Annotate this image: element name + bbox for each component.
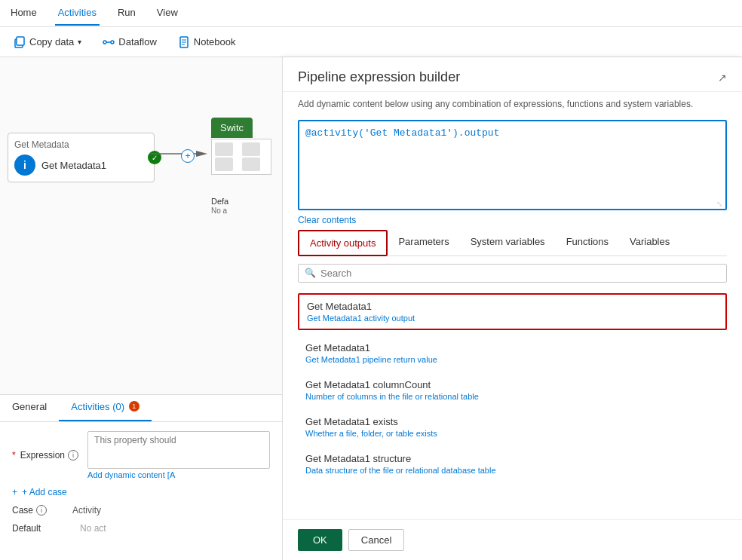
search-icon: 🔍 (305, 268, 316, 278)
expression-input[interactable] (87, 431, 270, 469)
cancel-button[interactable]: Cancel (348, 529, 404, 551)
notebook-icon (178, 36, 190, 48)
nav-run[interactable]: Run (115, 1, 139, 26)
item-title: Get Metadata1 exists (305, 416, 719, 427)
tab-parameters[interactable]: Parameters (388, 230, 459, 256)
expand-icon[interactable]: ↗ (718, 72, 727, 84)
copy-icon (14, 36, 26, 48)
expression-tabs: Activity outputs Parameters System varia… (298, 230, 727, 256)
expression-textarea[interactable]: @activity('Get Metadata1').output ⤡ (298, 120, 727, 210)
notebook-button[interactable]: Notebook (173, 33, 241, 51)
tab-variables[interactable]: Variables (619, 230, 680, 256)
panel-title: Pipeline expression builder (298, 69, 460, 85)
expression-value: @activity('Get Metadata1').output (305, 127, 499, 139)
toolbar: Copy data ▾ Dataflow Notebook (0, 27, 742, 57)
switch-grid (212, 139, 271, 174)
tab-functions[interactable]: Functions (556, 230, 619, 256)
item-subtitle: Number of columns in the file or relatio… (305, 392, 719, 401)
add-case-button[interactable]: + + Add case (12, 487, 67, 497)
item-subtitle: Get Metadata1 activity output (307, 314, 718, 323)
switch-node-body (211, 139, 271, 175)
dataflow-icon (103, 36, 115, 48)
activity-node-title: Get Metadata (14, 139, 148, 150)
items-list: Get Metadata1 Get Metadata1 activity out… (283, 290, 742, 519)
list-item[interactable]: Get Metadata1 Get Metadata1 pipeline ret… (298, 336, 727, 370)
activity-node[interactable]: Get Metadata i Get Metadata1 ✓ (8, 133, 155, 182)
activities-badge: 1 (129, 401, 140, 412)
switch-node-header[interactable]: Switc (211, 118, 253, 138)
tab-activity-outputs[interactable]: Activity outputs (298, 230, 388, 256)
resize-handle[interactable]: ⤡ (716, 200, 724, 207)
expression-row: * Expression i Add dynamic content [A (12, 431, 270, 479)
nav-home[interactable]: Home (8, 1, 40, 26)
tab-system-variables[interactable]: System variables (460, 230, 556, 256)
copy-data-button[interactable]: Copy data ▾ (9, 33, 86, 51)
panel-footer: OK Cancel (283, 519, 742, 560)
panel-header: Pipeline expression builder ↗ (283, 57, 742, 92)
list-item-highlighted[interactable]: Get Metadata1 Get Metadata1 activity out… (298, 293, 727, 330)
search-box: 🔍 (298, 264, 727, 283)
main-layout: Get Metadata i Get Metadata1 ✓ + Switc (0, 57, 742, 560)
nav-view[interactable]: View (154, 1, 181, 26)
item-subtitle: Data structure of the file or relational… (305, 466, 719, 475)
item-title: Get Metadata1 structure (305, 453, 719, 464)
expression-info-icon[interactable]: i (68, 450, 78, 461)
svg-rect-1 (17, 37, 24, 45)
svg-point-3 (111, 41, 114, 44)
item-subtitle: Get Metadata1 pipeline return value (305, 355, 719, 364)
list-item[interactable]: Get Metadata1 structure Data structure o… (298, 447, 727, 481)
default-label: Defa (211, 197, 228, 206)
no-activities-label: No a (211, 207, 227, 215)
panel-description: Add dynamic content below using any comb… (283, 92, 742, 117)
item-subtitle: Whether a file, folder, or table exists (305, 429, 719, 438)
activity-icon: i (14, 155, 35, 176)
nav-activities[interactable]: Activities (55, 1, 100, 26)
case-row: Case i Activity (12, 505, 270, 516)
dataflow-button[interactable]: Dataflow (98, 33, 161, 51)
add-connection-button[interactable]: + (181, 149, 195, 163)
activity-node-item: i Get Metadata1 ✓ (14, 155, 148, 176)
default-row: Default No act (12, 523, 270, 534)
item-title: Get Metadata1 columnCount (305, 379, 719, 390)
add-dynamic-link[interactable]: Add dynamic content [A (87, 470, 270, 479)
tab-general[interactable]: General (0, 395, 59, 421)
tab-activities[interactable]: Activities (0) 1 (59, 395, 151, 421)
item-title: Get Metadata1 (305, 342, 719, 353)
clear-contents-link[interactable]: Clear contents (298, 215, 727, 225)
expression-builder-panel: Pipeline expression builder ↗ Add dynami… (282, 57, 742, 560)
expression-label: * Expression i (12, 450, 78, 461)
ok-button[interactable]: OK (298, 529, 342, 551)
item-title: Get Metadata1 (307, 301, 718, 312)
svg-point-2 (103, 41, 106, 44)
bottom-content: * Expression i Add dynamic content [A + … (0, 422, 282, 543)
pipeline-canvas[interactable]: Get Metadata i Get Metadata1 ✓ + Switc (0, 57, 282, 560)
case-info-icon[interactable]: i (36, 505, 47, 516)
svg-marker-10 (196, 151, 207, 157)
list-item[interactable]: Get Metadata1 columnCount Number of colu… (298, 373, 727, 407)
bottom-tabs: General Activities (0) 1 (0, 395, 282, 422)
list-item[interactable]: Get Metadata1 exists Whether a file, fol… (298, 410, 727, 444)
dropdown-chevron: ▾ (78, 38, 81, 46)
search-input[interactable] (320, 268, 720, 279)
top-navigation: Home Activities Run View (0, 0, 742, 27)
activity-label: Get Metadata1 (41, 160, 106, 171)
bottom-panel: General Activities (0) 1 * Expression i … (0, 394, 282, 560)
